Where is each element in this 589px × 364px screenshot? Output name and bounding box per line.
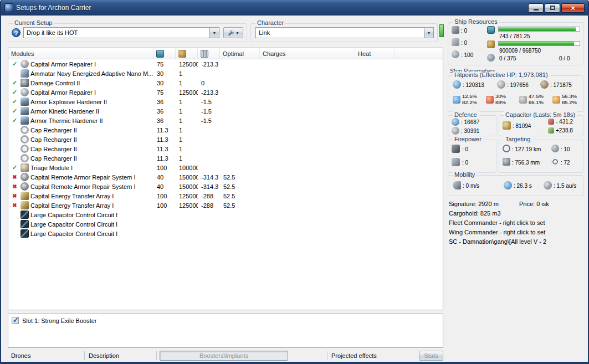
character-chevron-down-icon[interactable]: ▼ <box>424 28 433 38</box>
defence-title: Defence <box>453 111 479 118</box>
current-setup-combobox[interactable]: Drop it like its HOT ▼ <box>23 27 219 38</box>
max-targets-icon <box>551 145 559 152</box>
module-cap: -1.5 <box>198 99 220 105</box>
module-row[interactable]: ✖ Capital Remote Armor Repair System I 4… <box>8 172 443 182</box>
column-powergrid[interactable] <box>176 48 198 59</box>
signature-text: Signature: 2920 m <box>449 201 499 207</box>
booster-slot1-checkbox[interactable] <box>12 317 19 324</box>
module-type-icon <box>21 154 29 162</box>
module-type-icon <box>21 145 29 153</box>
module-row[interactable]: ✖ Capital Energy Transfer Array I 100 12… <box>8 191 443 201</box>
wrench-icon <box>227 29 234 37</box>
module-powergrid: 1 <box>176 136 198 143</box>
module-row[interactable]: Ammatar Navy Energized Adaptive Nano M..… <box>8 69 443 78</box>
module-cap: -288 <box>198 193 220 199</box>
module-row[interactable]: Cap Recharger II 11.3 1 <box>8 125 443 135</box>
module-row[interactable]: Large Capacitor Control Circuit I <box>8 219 443 229</box>
hitpoints-group: Hitpoints (Effective HP: 1,973,081) : 12… <box>448 75 583 112</box>
module-type-icon <box>21 220 29 228</box>
module-cpu: 11.3 <box>153 146 176 152</box>
column-optimal[interactable]: Optimal <box>220 48 260 59</box>
module-row[interactable]: ✖ Capital Energy Transfer Array I 100 12… <box>8 201 443 210</box>
module-row[interactable]: ✓ Armor Thermic Hardener II 36 1 -1.5 <box>8 116 443 125</box>
fleet-commander-text[interactable]: Fleet Commander - right click to set <box>449 219 545 226</box>
bottom-tab-bar: Drones Description Boosters\Implants Pro… <box>8 351 443 361</box>
column-charges[interactable]: Charges <box>260 48 355 59</box>
sensor-strength-icon <box>551 158 559 166</box>
module-row[interactable]: ✓ Damage Control II 30 1 0 <box>8 78 443 88</box>
align-time-value: : 26.3 s <box>514 183 532 189</box>
module-name: Armor Kinetic Hardener II <box>30 108 99 115</box>
module-powergrid: 1 <box>176 108 198 115</box>
module-type-icon <box>21 163 29 172</box>
help-icon[interactable]: ? <box>12 28 21 37</box>
main-content: Current Setup ? Drop it like its HOT ▼ ▼… <box>1 16 588 362</box>
cpu-bar-fill <box>499 27 576 31</box>
module-cap: -314.3 <box>198 183 220 190</box>
module-row[interactable]: Cap Recharger II 11.3 1 <box>8 135 443 144</box>
module-optimal: 52.5 <box>220 193 260 199</box>
character-combobox[interactable]: Link ▼ <box>255 27 434 38</box>
module-cap: -213.3 <box>198 61 220 68</box>
module-name: Capital Energy Transfer Array I <box>30 202 114 209</box>
column-modules[interactable]: Modules <box>8 48 153 59</box>
module-row[interactable]: Large Capacitor Control Circuit I <box>8 210 443 219</box>
module-row[interactable]: Large Capacitor Control Circuit I <box>8 229 443 238</box>
capacitor-group: Capacitor (Lasts: 5m 18s) : 81094 - 431.… <box>499 115 583 136</box>
minimize-button[interactable] <box>528 3 544 13</box>
module-row[interactable]: ✓ Capital Armor Repairer I 75 125000 -21… <box>8 88 443 97</box>
em-shield-resist: 12.5% <box>462 93 477 99</box>
module-row[interactable]: Cap Recharger II 11.3 1 <box>8 153 443 163</box>
module-name: Large Capacitor Control Circuit I <box>30 212 117 218</box>
module-row[interactable]: ✓ Triage Module I 100 100000 <box>8 163 443 172</box>
wing-commander-text[interactable]: Wing Commander - right click to set <box>449 229 545 235</box>
module-type-icon <box>21 182 29 191</box>
powergrid-bar <box>498 41 580 46</box>
setup-chevron-down-icon[interactable]: ▼ <box>209 28 219 38</box>
module-name: Damage Control II <box>30 80 80 86</box>
tab-projected-effects[interactable]: Projected effects <box>331 352 377 359</box>
cpu-icon <box>156 50 164 58</box>
setup-tools-button[interactable]: ▼ <box>223 27 243 38</box>
column-heat[interactable]: Heat <box>355 48 395 59</box>
module-cap: -314.3 <box>198 174 220 181</box>
tab-stats[interactable]: Stats <box>419 351 443 361</box>
cargohold-text: Cargohold: 825 m3 <box>449 210 501 217</box>
dronebay-icon <box>487 54 495 61</box>
defence-group: Defence : 16687 : 30391 <box>448 115 496 136</box>
module-type-icon <box>21 173 29 181</box>
tab-boosters-implants[interactable]: Boosters\Implants <box>160 351 288 361</box>
modules-table-header: Modules Optimal Charges Heat <box>8 48 443 59</box>
module-name: Large Capacitor Control Circuit I <box>30 221 117 228</box>
squad-commander-text[interactable]: SC - Damnation\gang\[All level V - 2 <box>449 238 546 245</box>
modules-rows: ✓ Capital Armor Repairer I 75 125000 -21… <box>8 59 443 238</box>
maximize-button[interactable] <box>545 3 560 13</box>
module-row[interactable]: ✓ Armor Kinetic Hardener II 36 1 -1.5 <box>8 106 443 116</box>
tab-description[interactable]: Description <box>89 352 119 359</box>
module-powergrid: 125000 <box>176 202 198 209</box>
defence-reinforced-icon <box>452 118 459 126</box>
tab-drones[interactable]: Drones <box>11 352 30 359</box>
module-status-icon: ✖ <box>11 193 19 199</box>
booster-slot1-row[interactable]: Slot 1: Strong Exile Booster <box>12 317 439 324</box>
module-row[interactable]: ✓ Armor Explosive Hardener II 36 1 -1.5 <box>8 97 443 106</box>
module-row[interactable]: ✖ Capital Remote Armor Repair System I 4… <box>8 182 443 191</box>
column-cpu[interactable] <box>153 48 176 59</box>
module-row[interactable]: Cap Recharger II 11.3 1 <box>8 144 443 153</box>
module-cap: 0 <box>198 80 220 86</box>
module-name: Cap Recharger II <box>30 136 77 143</box>
close-button[interactable]: × <box>561 3 585 13</box>
character-group: Character Link ▼ <box>250 23 438 42</box>
column-capacitor[interactable] <box>198 48 220 59</box>
volley-value: : 0 <box>462 160 468 166</box>
hitpoints-title: Hitpoints (Effective HP: 1,973,081) <box>453 71 550 78</box>
module-powergrid: 150000 <box>176 183 198 190</box>
powergrid-value: 900009 / 968750 <box>499 48 541 54</box>
module-row[interactable]: ✓ Capital Armor Repairer I 75 125000 -21… <box>8 59 443 69</box>
defence-sustained-icon <box>452 127 459 135</box>
module-powergrid: 1 <box>176 127 198 134</box>
module-cpu: 36 <box>153 99 176 105</box>
titlebar[interactable]: Setups for Archon Carrier × <box>1 0 588 16</box>
module-status-icon: ✓ <box>11 60 19 68</box>
module-cpu: 36 <box>153 117 176 124</box>
